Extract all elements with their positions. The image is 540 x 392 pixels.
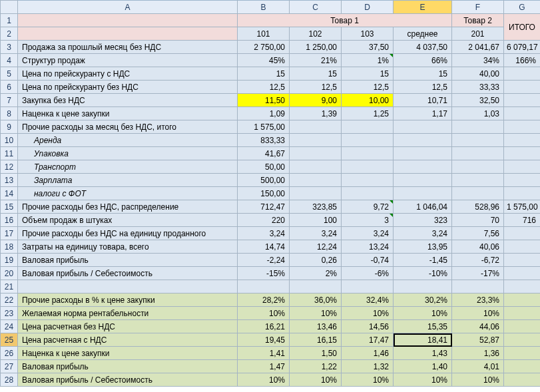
row-label-23[interactable]: Желаемая норма рентабельности — [18, 307, 238, 320]
cell-24B[interactable]: 16,21 — [238, 320, 290, 333]
cell-28D[interactable]: 10% — [342, 373, 394, 387]
row-header-3[interactable]: 3 — [1, 41, 18, 54]
cell-7F[interactable]: 32,50 — [452, 94, 504, 107]
cell-102[interactable]: 102 — [290, 27, 342, 41]
cell-13G[interactable] — [504, 174, 541, 187]
row-header-22[interactable]: 22 — [1, 294, 18, 307]
cell-5B[interactable]: 15 — [238, 67, 290, 81]
cell-14G[interactable] — [504, 187, 541, 200]
cell-19G[interactable] — [504, 254, 541, 267]
cell-16B[interactable]: 220 — [238, 214, 290, 227]
cell-10G[interactable] — [504, 134, 541, 147]
cell-28B[interactable]: 10% — [238, 373, 290, 387]
row-header-16[interactable]: 16 — [1, 214, 18, 227]
cell-17C[interactable]: 3,24 — [290, 227, 342, 240]
cell-8F[interactable]: 1,03 — [452, 107, 504, 120]
cell-9C[interactable] — [290, 120, 342, 134]
cell-21G[interactable] — [504, 280, 541, 294]
row-header-17[interactable]: 17 — [1, 227, 18, 240]
cell-8D[interactable]: 1,25 — [342, 107, 394, 120]
cell-15F[interactable]: 528,96 — [452, 200, 504, 214]
cell-9D[interactable] — [342, 120, 394, 134]
cell-17D[interactable]: 3,24 — [342, 227, 394, 240]
cell-7D[interactable]: 10,00 — [342, 94, 394, 107]
cell-13F[interactable] — [452, 174, 504, 187]
cell-11D[interactable] — [342, 147, 394, 160]
cell-24E[interactable]: 15,35 — [394, 320, 452, 333]
cell-24D[interactable]: 14,56 — [342, 320, 394, 333]
cell-9F[interactable] — [452, 120, 504, 134]
cell-15D[interactable]: 9,72 — [342, 200, 394, 214]
cell-17F[interactable]: 7,56 — [452, 227, 504, 240]
row-header-10[interactable]: 10 — [1, 134, 18, 147]
cell-22F[interactable]: 23,3% — [452, 294, 504, 307]
cell-20G[interactable] — [504, 267, 541, 280]
cell-3E[interactable]: 4 037,50 — [394, 41, 452, 54]
row-label-14[interactable]: налоги с ФОТ — [18, 187, 238, 200]
row-header-13[interactable]: 13 — [1, 174, 18, 187]
cell-22E[interactable]: 30,2% — [394, 294, 452, 307]
cell-11C[interactable] — [290, 147, 342, 160]
cell-14C[interactable] — [290, 187, 342, 200]
cell-18C[interactable]: 12,24 — [290, 240, 342, 254]
cell-9E[interactable] — [394, 120, 452, 134]
col-header-G[interactable]: G — [504, 1, 541, 14]
cell-itogo[interactable]: ИТОГО — [504, 14, 541, 41]
cell-tovar2[interactable]: Товар 2 — [452, 14, 504, 27]
cell-20F[interactable]: -17% — [452, 267, 504, 280]
row-header-23[interactable]: 23 — [1, 307, 18, 320]
row-label-7[interactable]: Закупка без НДС — [18, 94, 238, 107]
row-header-6[interactable]: 6 — [1, 81, 18, 94]
cell-3D[interactable]: 37,50 — [342, 41, 394, 54]
cell-15B[interactable]: 712,47 — [238, 200, 290, 214]
cell-17B[interactable]: 3,24 — [238, 227, 290, 240]
cell-12D[interactable] — [342, 160, 394, 174]
cell-7C[interactable]: 9,00 — [290, 94, 342, 107]
cell-7E[interactable]: 10,71 — [394, 94, 452, 107]
row-label-3[interactable]: Продажа за прошлый месяц без НДС — [18, 41, 238, 54]
cell-28G[interactable] — [504, 373, 541, 387]
cell-8G[interactable] — [504, 107, 541, 120]
cell-16C[interactable]: 100 — [290, 214, 342, 227]
cell-6B[interactable]: 12,5 — [238, 81, 290, 94]
cell-5C[interactable]: 15 — [290, 67, 342, 81]
cell-10D[interactable] — [342, 134, 394, 147]
cell-3F[interactable]: 2 041,67 — [452, 41, 504, 54]
cell-101[interactable]: 101 — [238, 27, 290, 41]
cell-14F[interactable] — [452, 187, 504, 200]
cell-23G[interactable] — [504, 307, 541, 320]
cell-4E[interactable]: 66% — [394, 54, 452, 67]
row-label-8[interactable]: Наценка к цене закупки — [18, 107, 238, 120]
cell-16G[interactable]: 716 — [504, 214, 541, 227]
row-header-24[interactable]: 24 — [1, 320, 18, 333]
row-label-21[interactable] — [18, 280, 238, 294]
cell-10E[interactable] — [394, 134, 452, 147]
cell-21D[interactable] — [342, 280, 394, 294]
cell-20C[interactable]: 2% — [290, 267, 342, 280]
cell-17G[interactable] — [504, 227, 541, 240]
cell-20B[interactable]: -15% — [238, 267, 290, 280]
select-all-corner[interactable] — [1, 1, 18, 14]
cell-18G[interactable] — [504, 240, 541, 254]
cell-6D[interactable]: 12,5 — [342, 81, 394, 94]
row-header-11[interactable]: 11 — [1, 147, 18, 160]
col-header-A[interactable]: A — [18, 1, 238, 14]
cell-16E[interactable]: 323 — [394, 214, 452, 227]
row-header-9[interactable]: 9 — [1, 120, 18, 134]
cell-25G[interactable] — [504, 333, 541, 347]
cell-avg[interactable]: среднее — [394, 27, 452, 41]
cell-20D[interactable]: -6% — [342, 267, 394, 280]
cell-25D[interactable]: 17,47 — [342, 333, 394, 347]
cell-27B[interactable]: 1,47 — [238, 360, 290, 373]
row-header-14[interactable]: 14 — [1, 187, 18, 200]
cell-27E[interactable]: 1,40 — [394, 360, 452, 373]
cell-5D[interactable]: 15 — [342, 67, 394, 81]
cell-A1[interactable] — [18, 14, 238, 27]
cell-5E[interactable]: 15 — [394, 67, 452, 81]
cell-15E[interactable]: 1 046,04 — [394, 200, 452, 214]
row-label-18[interactable]: Затраты на единицу товара, всего — [18, 240, 238, 254]
cell-13C[interactable] — [290, 174, 342, 187]
row-label-15[interactable]: Прочие расходы без НДС, распределение — [18, 200, 238, 214]
cell-27G[interactable] — [504, 360, 541, 373]
col-header-E[interactable]: E — [394, 1, 452, 14]
